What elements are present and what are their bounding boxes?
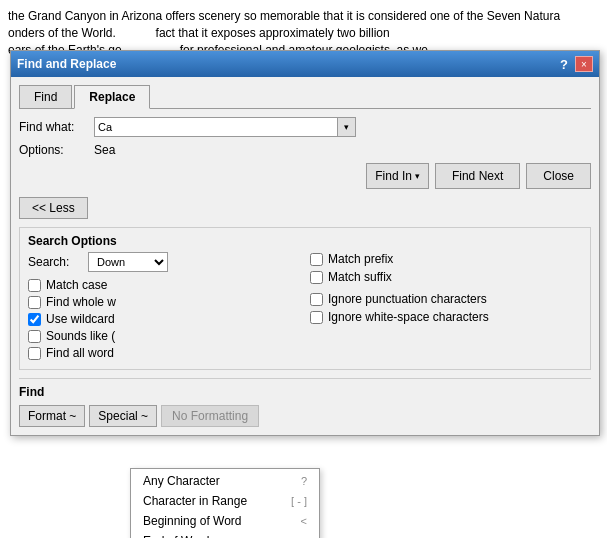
match-case-checkbox[interactable] [28, 279, 41, 292]
match-suffix-label: Match suffix [328, 270, 392, 284]
search-options-title: Search Options [28, 234, 582, 248]
sounds-like-row: Sounds like ( [28, 329, 300, 343]
find-in-arrow: ▾ [415, 171, 420, 181]
match-suffix-checkbox[interactable] [310, 271, 323, 284]
find-bottom-buttons: Format ~ Special ~ No Formatting [19, 405, 259, 427]
find-whole-checkbox[interactable] [28, 296, 41, 309]
dialog-title: Find and Replace [17, 57, 116, 71]
find-all-checkbox[interactable] [28, 347, 41, 360]
use-wildcard-label: Use wildcard [46, 312, 115, 326]
no-formatting-button[interactable]: No Formatting [161, 405, 259, 427]
direction-select[interactable]: Down Up All [88, 252, 168, 272]
match-prefix-checkbox[interactable] [310, 253, 323, 266]
find-replace-dialog: Find and Replace ? × Find Replace Find w… [10, 50, 600, 436]
use-wildcard-row: Use wildcard [28, 312, 300, 326]
find-what-row: Find what: ▾ [19, 117, 591, 137]
search-options-group: Search Options Search: Down Up All Match… [19, 227, 591, 370]
find-whole-label: Find whole w [46, 295, 116, 309]
match-case-row: Match case [28, 278, 300, 292]
find-whole-row: Find whole w [28, 295, 300, 309]
find-input-wrapper: ▾ [94, 117, 591, 137]
use-wildcard-checkbox[interactable] [28, 313, 41, 326]
sounds-like-checkbox[interactable] [28, 330, 41, 343]
format-button[interactable]: Format ~ [19, 405, 85, 427]
menu-item-end-of-word[interactable]: End of Word > [131, 531, 319, 538]
tab-find[interactable]: Find [19, 85, 72, 108]
action-buttons: Find In ▾ Find Next Close [19, 163, 591, 189]
match-suffix-row: Match suffix [310, 270, 582, 284]
ignore-section: Ignore punctuation characters Ignore whi… [310, 292, 582, 324]
dialog-content: Find Replace Find what: ▾ Options: Sea F… [11, 77, 599, 435]
less-row: << Less [19, 197, 591, 219]
find-bottom-col: Find Format ~ Special ~ No Formatting [19, 385, 259, 427]
find-what-label: Find what: [19, 120, 94, 134]
find-section-label: Find [19, 385, 259, 399]
ignore-punctuation-label: Ignore punctuation characters [328, 292, 487, 306]
special-button[interactable]: Special ~ [89, 405, 157, 427]
search-direction-row: Search: Down Up All [28, 252, 300, 272]
help-button[interactable]: ? [555, 56, 573, 72]
ignore-whitespace-label: Ignore white-space characters [328, 310, 489, 324]
tabs-container: Find Replace [19, 85, 591, 109]
bottom-section: Find Format ~ Special ~ No Formatting [19, 378, 591, 427]
options-row: Options: Sea [19, 143, 591, 157]
tab-replace[interactable]: Replace [74, 85, 150, 109]
ignore-punctuation-row: Ignore punctuation characters [310, 292, 582, 306]
left-column: Search: Down Up All Match case Find wh [28, 252, 300, 363]
special-dropdown-menu: Any Character ? Character in Range [ - ]… [130, 468, 320, 538]
find-next-button[interactable]: Find Next [435, 163, 520, 189]
ignore-punctuation-checkbox[interactable] [310, 293, 323, 306]
options-value: Sea [94, 143, 115, 157]
two-column-layout: Search: Down Up All Match case Find wh [28, 252, 582, 363]
menu-item-beginning-of-word[interactable]: Beginning of Word < [131, 511, 319, 531]
match-case-label: Match case [46, 278, 107, 292]
find-what-input[interactable] [94, 117, 338, 137]
match-prefix-label: Match prefix [328, 252, 393, 266]
find-all-row: Find all word [28, 346, 300, 360]
menu-item-character-in-range[interactable]: Character in Range [ - ] [131, 491, 319, 511]
menu-item-any-character[interactable]: Any Character ? [131, 471, 319, 491]
less-button[interactable]: << Less [19, 197, 88, 219]
direction-label: Search: [28, 255, 88, 269]
dialog-titlebar: Find and Replace ? × [11, 51, 599, 77]
titlebar-buttons: ? × [555, 56, 593, 72]
find-dropdown-btn[interactable]: ▾ [338, 117, 356, 137]
options-label: Options: [19, 143, 94, 157]
find-in-button[interactable]: Find In ▾ [366, 163, 429, 189]
right-column: Match prefix Match suffix Ignore punctua… [310, 252, 582, 363]
sounds-like-label: Sounds like ( [46, 329, 115, 343]
close-button[interactable]: × [575, 56, 593, 72]
match-prefix-row: Match prefix [310, 252, 582, 266]
close-dialog-button[interactable]: Close [526, 163, 591, 189]
ignore-whitespace-checkbox[interactable] [310, 311, 323, 324]
ignore-whitespace-row: Ignore white-space characters [310, 310, 582, 324]
find-all-label: Find all word [46, 346, 114, 360]
